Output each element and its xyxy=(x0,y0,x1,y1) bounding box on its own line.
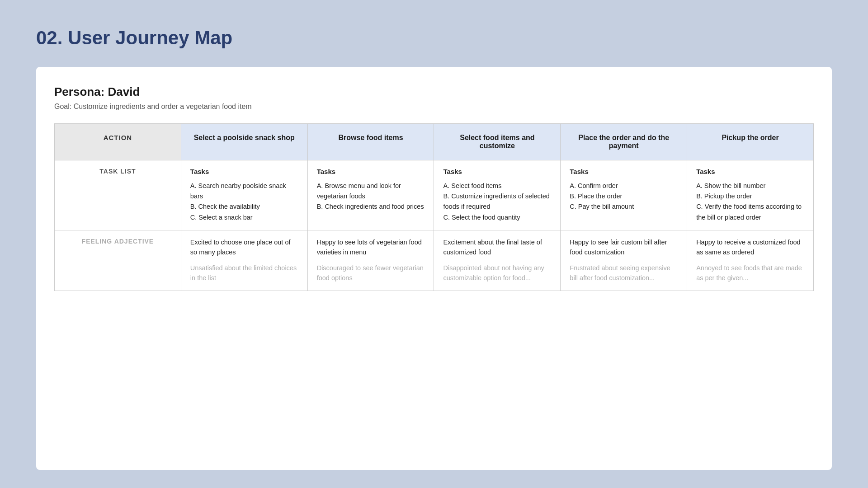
persona-goal: Goal: Customize ingredients and order a … xyxy=(54,103,814,111)
task-row-label: TASK LIST xyxy=(55,160,181,230)
task-cell-4: Tasks A. Confirm orderB. Place the order… xyxy=(561,160,687,230)
task-label-1: Tasks xyxy=(190,168,298,175)
feeling-negative-1: Unsatisfied about the limited choices in… xyxy=(190,263,298,283)
task-items-1: A. Search nearby poolside snack barsB. C… xyxy=(190,181,298,223)
col-header-action: ACTION xyxy=(55,124,181,160)
feeling-positive-3: Excitement about the final taste of cust… xyxy=(443,238,551,258)
journey-map-card: Persona: David Goal: Customize ingredien… xyxy=(36,67,832,470)
task-label-3: Tasks xyxy=(443,168,551,175)
feeling-cell-5: Happy to receive a customized food as sa… xyxy=(687,230,814,291)
feeling-positive-2: Happy to see lots of vegetarian food var… xyxy=(317,238,425,258)
persona-name: Persona: David xyxy=(54,85,814,99)
task-label-2: Tasks xyxy=(317,168,425,175)
task-items-4: A. Confirm orderB. Place the orderC. Pay… xyxy=(570,181,678,212)
feeling-negative-4: Frustrated about seeing expensive bill a… xyxy=(570,263,678,283)
col-header-3: Select food items and customize xyxy=(434,124,561,160)
task-cell-2: Tasks A. Browse menu and look for vegeta… xyxy=(307,160,434,230)
feeling-negative-5: Annoyed to see foods that are made as pe… xyxy=(696,263,804,283)
col-header-5: Pickup the order xyxy=(687,124,814,160)
task-items-5: A. Show the bill numberB. Pickup the ord… xyxy=(696,181,804,223)
col-header-1: Select a poolside snack shop xyxy=(181,124,307,160)
page-title: 02. User Journey Map xyxy=(36,27,832,49)
task-cell-5: Tasks A. Show the bill numberB. Pickup t… xyxy=(687,160,814,230)
task-label-4: Tasks xyxy=(570,168,678,175)
feeling-negative-3: Disappointed about not having any custom… xyxy=(443,263,551,283)
feeling-negative-2: Discouraged to see fewer vegetarian food… xyxy=(317,263,425,283)
task-cell-3: Tasks A. Select food itemsB. Customize i… xyxy=(434,160,561,230)
feeling-cell-3: Excitement about the final taste of cust… xyxy=(434,230,561,291)
task-items-2: A. Browse menu and look for vegetarian f… xyxy=(317,181,425,212)
col-header-2: Browse food items xyxy=(307,124,434,160)
col-header-4: Place the order and do the payment xyxy=(561,124,687,160)
feeling-positive-4: Happy to see fair custom bill after food… xyxy=(570,238,678,258)
feeling-positive-5: Happy to receive a customized food as sa… xyxy=(696,238,804,258)
journey-map-table: ACTION Select a poolside snack shop Brow… xyxy=(54,123,814,291)
feeling-positive-1: Excited to choose one place out of so ma… xyxy=(190,238,298,258)
feeling-cell-1: Excited to choose one place out of so ma… xyxy=(181,230,307,291)
feeling-cell-2: Happy to see lots of vegetarian food var… xyxy=(307,230,434,291)
feeling-cell-4: Happy to see fair custom bill after food… xyxy=(561,230,687,291)
task-cell-1: Tasks A. Search nearby poolside snack ba… xyxy=(181,160,307,230)
task-label-5: Tasks xyxy=(696,168,804,175)
task-items-3: A. Select food itemsB. Customize ingredi… xyxy=(443,181,551,223)
feeling-row-label: FEELING ADJECTIVE xyxy=(55,230,181,291)
